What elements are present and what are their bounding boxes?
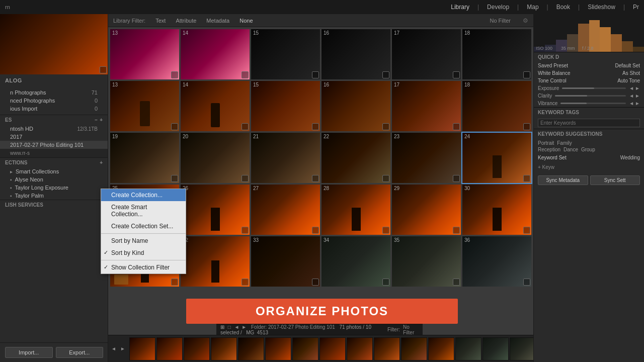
grid-cell-34[interactable]: 34: [321, 236, 390, 287]
grid-cell-29[interactable]: 29: [392, 185, 461, 235]
menu-create-smart-collection[interactable]: Create Smart Collection...: [101, 201, 186, 220]
filmstrip-cell-6[interactable]: [265, 337, 291, 360]
filmstrip-cell-12[interactable]: [428, 337, 454, 360]
grid-cell-17[interactable]: 17: [392, 29, 461, 79]
import-button[interactable]: Import...: [5, 347, 53, 358]
filmstrip-cell-10[interactable]: [374, 337, 400, 360]
grid-cell-16[interactable]: 16: [321, 29, 390, 79]
grid-cell-18[interactable]: 18: [462, 29, 531, 79]
clarity-minus[interactable]: ◄: [629, 93, 634, 99]
grid-cell-21[interactable]: 21: [251, 133, 320, 183]
filter-text[interactable]: Text: [155, 18, 166, 24]
grid-cell-26[interactable]: 26: [181, 185, 250, 235]
kw-dance[interactable]: Dance: [564, 147, 578, 152]
filmstrip-next[interactable]: ►: [119, 346, 126, 351]
exposure-plus[interactable]: ►: [635, 85, 640, 91]
nav-next-icon[interactable]: ►: [242, 324, 247, 330]
nav-grid-icon[interactable]: ⊞: [220, 324, 224, 330]
sync-settings-button[interactable]: Sync Sett: [590, 175, 640, 185]
filter-attribute[interactable]: Attribute: [176, 18, 196, 24]
white-balance-value[interactable]: As Shot: [622, 70, 640, 76]
filmstrip-cell-8[interactable]: [319, 337, 346, 360]
menu-create-collection-set[interactable]: Create Collection Set...: [101, 220, 186, 232]
filmstrip-cell-11[interactable]: [401, 337, 427, 360]
catalog-item-photographs[interactable]: n Photographs 71: [0, 88, 108, 97]
keyword-set-value[interactable]: Wedding: [620, 155, 640, 160]
filmstrip-cell-5[interactable]: [238, 337, 264, 360]
collection-alyse[interactable]: ▪ Alyse Neon: [0, 175, 108, 184]
collection-smart[interactable]: ▸ Smart Collections: [0, 167, 108, 175]
tone-control-value[interactable]: Auto Tone: [617, 78, 640, 83]
filmstrip-cell-13[interactable]: [455, 337, 481, 360]
nav-develop[interactable]: Develop: [487, 4, 509, 11]
folders-collapse-icon[interactable]: −: [95, 117, 98, 123]
menu-show-collection-filter[interactable]: Show Collection Filter: [101, 261, 186, 274]
grid-cell-24[interactable]: 24: [462, 133, 531, 183]
grid-cell-15[interactable]: 15: [251, 29, 320, 79]
filmstrip-cell-3[interactable]: [184, 337, 210, 360]
filmstrip-prev[interactable]: ◄: [110, 346, 117, 351]
collection-taylor-palm[interactable]: ▪ Taylor Palm: [0, 192, 108, 200]
catalog-item-synced[interactable]: nced Photographs 0: [0, 97, 108, 105]
nav-loupe-icon[interactable]: □: [228, 324, 231, 330]
grid-cell-33[interactable]: 33: [251, 236, 320, 287]
clarity-plus[interactable]: ►: [635, 93, 640, 99]
nav-slideshow[interactable]: Slideshow: [588, 4, 615, 11]
keyword-input[interactable]: [538, 119, 640, 127]
filter-metadata[interactable]: Metadata: [206, 18, 229, 24]
grid-cell-13b[interactable]: 13: [110, 81, 179, 131]
filter-none[interactable]: None: [239, 18, 253, 24]
grid-cell-19[interactable]: 19: [110, 133, 179, 183]
nav-pr[interactable]: Pr: [633, 4, 639, 11]
menu-sort-by-kind[interactable]: Sort by Kind: [101, 247, 186, 259]
saved-preset-value[interactable]: Default Set: [615, 63, 640, 68]
collection-taylor-long[interactable]: ▪ Taylor Long Exposure: [0, 184, 108, 192]
grid-cell-32[interactable]: 32: [181, 236, 250, 287]
filter-settings-icon[interactable]: ⚙: [523, 17, 528, 24]
grid-cell-17b[interactable]: 17: [392, 81, 461, 131]
vibrance-plus[interactable]: ►: [635, 101, 640, 106]
grid-cell-28[interactable]: 28: [321, 185, 390, 235]
filmstrip-cell-7[interactable]: [292, 337, 318, 360]
grid-cell-18b[interactable]: 18: [462, 81, 531, 131]
filmstrip-cell-1[interactable]: [129, 337, 155, 360]
export-button[interactable]: Export...: [56, 347, 104, 358]
folder-current[interactable]: 2017-02-27 Photo Editing 101: [0, 141, 108, 149]
nav-map[interactable]: Map: [527, 4, 538, 11]
grid-cell-35[interactable]: 35: [392, 236, 461, 287]
collections-add-icon[interactable]: +: [100, 160, 103, 165]
vibrance-minus[interactable]: ◄: [629, 101, 634, 106]
grid-cell-14b[interactable]: 14: [181, 81, 250, 131]
filmstrip-cell-4[interactable]: [211, 337, 237, 360]
folder-drive[interactable]: ntosh HD 12/3.1TB: [0, 125, 108, 133]
kw-reception[interactable]: Reception: [538, 147, 560, 152]
nav-library[interactable]: Library: [451, 4, 469, 11]
preview-thumbnail[interactable]: [0, 14, 108, 74]
add-keyword-btn[interactable]: + Keyw: [534, 161, 644, 172]
grid-cell-16b[interactable]: 16: [321, 81, 390, 131]
grid-cell-14[interactable]: 14: [181, 29, 250, 79]
filmstrip-cell-9[interactable]: [347, 337, 373, 360]
filmstrip-cell-15[interactable]: [510, 337, 533, 360]
menu-sort-by-name[interactable]: Sort by Name: [101, 235, 186, 247]
kw-group[interactable]: Group: [581, 147, 595, 152]
grid-cell-36[interactable]: 36: [462, 236, 531, 287]
menu-create-collection[interactable]: Create Collection...: [101, 189, 186, 201]
grid-cell-15b[interactable]: 15: [251, 81, 320, 131]
grid-cell-13[interactable]: 13: [110, 29, 179, 79]
catalog-item-previous[interactable]: ious Import 0: [0, 105, 108, 113]
kw-portrait[interactable]: Portrait: [538, 140, 554, 146]
grid-cell-23[interactable]: 23: [392, 133, 461, 183]
grid-cell-20[interactable]: 20: [181, 133, 250, 183]
nav-prev-icon[interactable]: ◄: [234, 324, 239, 330]
folders-add-icon[interactable]: +: [100, 117, 103, 123]
filmstrip-cell-14[interactable]: [482, 337, 509, 360]
exposure-minus[interactable]: ◄: [629, 85, 634, 91]
folder-year[interactable]: 2017: [0, 133, 108, 141]
kw-family[interactable]: Family: [557, 140, 572, 146]
grid-cell-27[interactable]: 27: [251, 185, 320, 235]
sync-metadata-button[interactable]: Sync Metadata: [538, 175, 588, 185]
nav-book[interactable]: Book: [556, 4, 570, 11]
filmstrip-cell-2[interactable]: [156, 337, 183, 360]
grid-cell-22[interactable]: 22: [321, 133, 390, 183]
